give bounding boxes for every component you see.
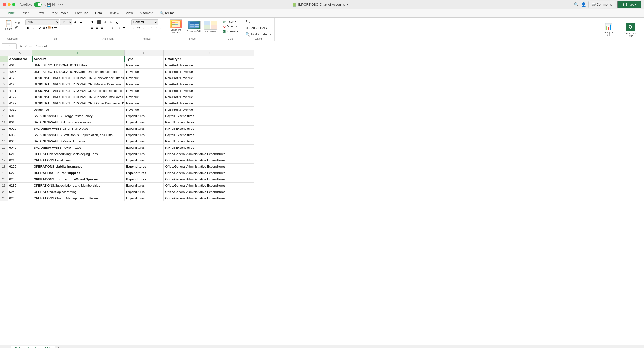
grid-cell-r17-c2[interactable]: Expenditures: [125, 157, 164, 164]
tab-formulas[interactable]: Formulas: [72, 9, 92, 17]
grid-cell-r20-c2[interactable]: Expenditures: [125, 176, 164, 183]
row-number-5[interactable]: 5: [0, 81, 8, 88]
comments-button[interactable]: 💬 Comments: [588, 1, 615, 8]
text-angle-button[interactable]: ∡: [114, 19, 120, 25]
col-header-b[interactable]: B: [32, 50, 125, 56]
grid-cell-r1-c2[interactable]: Type: [125, 56, 164, 62]
format-button[interactable]: ⊟ Format ▾: [222, 29, 239, 33]
tab-view[interactable]: View: [122, 9, 136, 17]
paste-button[interactable]: 📋 Paste: [4, 19, 13, 30]
grid-cell-r18-c1[interactable]: OPERATIONS:Liablity Insurance: [32, 164, 125, 170]
row-number-18[interactable]: 18: [0, 164, 8, 170]
grid-cell-r4-c0[interactable]: 4125: [8, 75, 32, 81]
formula-input[interactable]: [34, 44, 642, 48]
grid-cell-r12-c2[interactable]: Expenditures: [125, 126, 164, 132]
grid-cell-r17-c3[interactable]: Office/General Administrative Expenditur…: [164, 157, 254, 164]
grid-cell-r9-c0[interactable]: 4310: [8, 107, 32, 113]
grid-cell-r3-c3[interactable]: Non-Profit Revenue: [164, 69, 254, 75]
grid-cell-r7-c2[interactable]: Revenue: [125, 94, 164, 100]
grid-cell-r16-c1[interactable]: OPERATIONS:Accounting/Bookkeeping Fees: [32, 151, 125, 157]
grid-cell-r4-c3[interactable]: Non-Profit Revenue: [164, 75, 254, 81]
grid-cell-r15-c2[interactable]: Expenditures: [125, 145, 164, 151]
grid-cell-r11-c1[interactable]: SALARIES/WAGES:Housing Allowances: [32, 119, 125, 126]
decimal-increase-button[interactable]: .0→: [146, 25, 154, 30]
grid-cell-r18-c0[interactable]: 6220: [8, 164, 32, 170]
comma-button[interactable]: ,: [142, 25, 145, 30]
sum-button[interactable]: Σ ▾: [244, 19, 272, 25]
row-number-4[interactable]: 4: [0, 75, 8, 81]
cut-icon[interactable]: ✂: [14, 21, 17, 25]
row-number-6[interactable]: 6: [0, 88, 8, 94]
grid-cell-r14-c3[interactable]: Payroll Expenditures: [164, 138, 254, 145]
merge-more-button[interactable]: ▾: [122, 25, 126, 31]
find-select-button[interactable]: 🔍 Find & Select ▾: [244, 31, 272, 37]
row-number-17[interactable]: 17: [0, 157, 8, 164]
grid-cell-r15-c0[interactable]: 6045: [8, 145, 32, 151]
analyze-data-button[interactable]: 📊 AnalyzeData: [602, 22, 615, 37]
grid-cell-r1-c3[interactable]: Detail type: [164, 56, 254, 62]
cancel-formula-icon[interactable]: ✕: [20, 44, 23, 48]
copy-icon[interactable]: ⧉: [18, 21, 20, 25]
row-number-7[interactable]: 7: [0, 94, 8, 100]
tab-home[interactable]: Home: [3, 9, 18, 17]
undo-icon[interactable]: ↩: [56, 3, 59, 6]
font-increase-button[interactable]: A↑: [73, 20, 79, 24]
cell-reference[interactable]: B1: [2, 43, 16, 49]
grid-cell-r23-c1[interactable]: OPERATIONS:Church Management Software: [32, 195, 125, 202]
grid-cell-r21-c0[interactable]: 6235: [8, 183, 32, 189]
grid-cell-r7-c1[interactable]: DESIGNATED/RESTRICTED DONATIONS:Honorari…: [32, 94, 125, 100]
indent-increase-button[interactable]: ⇥: [116, 25, 122, 31]
grid-cell-r17-c0[interactable]: 6215: [8, 157, 32, 164]
grid-cell-r8-c3[interactable]: Non-Profit Revenue: [164, 100, 254, 107]
grid-cell-r21-c1[interactable]: OPERATIONS:Subscriptions and Memberships: [32, 183, 125, 189]
font-decrease-button[interactable]: A↓: [79, 20, 84, 24]
conditional-formatting-button[interactable]: Conditional Formatting: [168, 19, 185, 34]
row-number-1[interactable]: 1: [0, 56, 8, 62]
grid-cell-r20-c3[interactable]: Office/General Administrative Expenditur…: [164, 176, 254, 183]
delete-button[interactable]: ⊖ Delete ▾: [222, 24, 239, 29]
scroll-right-icon[interactable]: ▶: [6, 346, 10, 348]
grid-cell-r8-c1[interactable]: DESIGNATED/RESTRICTED DONATIONS: Other D…: [32, 100, 125, 107]
tab-automate[interactable]: Automate: [136, 9, 156, 17]
grid-cell-r7-c0[interactable]: 4127: [8, 94, 32, 100]
scroll-left-icon[interactable]: ◀: [1, 346, 5, 348]
grid-cell-r22-c0[interactable]: 6240: [8, 189, 32, 195]
grid-cell-r3-c0[interactable]: 4015: [8, 69, 32, 75]
grid-cell-r11-c2[interactable]: Expenditures: [125, 119, 164, 126]
grid-cell-r13-c2[interactable]: Expenditures: [125, 132, 164, 138]
grid-cell-r7-c3[interactable]: Non-Profit Revenue: [164, 94, 254, 100]
row-number-11[interactable]: 11: [0, 119, 8, 126]
row-number-9[interactable]: 9: [0, 107, 8, 113]
format-as-table-button[interactable]: Format as Table: [186, 21, 202, 33]
grid-cell-r15-c3[interactable]: Payroll Expenditures: [164, 145, 254, 151]
align-left-button[interactable]: ≡: [90, 25, 94, 31]
more-icon[interactable]: ···: [64, 3, 67, 6]
grid-cell-r13-c1[interactable]: SALARIES/WAGES:Staff Bonus, Appreciation…: [32, 132, 125, 138]
grid-cell-r14-c1[interactable]: SALARIES/WAGES:Payroll Expense: [32, 138, 125, 145]
font-name-select[interactable]: Arial: [25, 19, 60, 25]
row-number-20[interactable]: 20: [0, 176, 8, 183]
grid-cell-r10-c2[interactable]: Expenditures: [125, 113, 164, 119]
row-number-2[interactable]: 2: [0, 62, 8, 69]
grid-cell-r12-c3[interactable]: Payroll Expenditures: [164, 126, 254, 132]
row-number-3[interactable]: 3: [0, 69, 8, 75]
grid-cell-r5-c2[interactable]: Revenue: [125, 81, 164, 88]
grid-cell-r16-c0[interactable]: 6210: [8, 151, 32, 157]
grid-cell-r1-c1[interactable]: Account: [32, 56, 125, 62]
grid-cell-r6-c3[interactable]: Non-Profit Revenue: [164, 88, 254, 94]
grid-cell-r14-c2[interactable]: Expenditures: [125, 138, 164, 145]
share-button[interactable]: ⬆ Share ▾: [618, 1, 641, 8]
grid-cell-r23-c0[interactable]: 6245: [8, 195, 32, 202]
grid-cell-r18-c3[interactable]: Office/General Administrative Expenditur…: [164, 164, 254, 170]
align-middle-button[interactable]: ⬛: [96, 19, 102, 25]
grid-cell-r9-c1[interactable]: Usage Fee: [32, 107, 125, 113]
grid-cell-r1-c0[interactable]: Account No.: [8, 56, 32, 62]
account-icon[interactable]: 👤: [581, 2, 586, 7]
grid-cell-r12-c1[interactable]: SALARIES/WAGES:Other Staff Wages: [32, 126, 125, 132]
grid-cell-r5-c0[interactable]: 4126: [8, 81, 32, 88]
grid-cell-r8-c2[interactable]: Revenue: [125, 100, 164, 107]
grid-cell-r6-c2[interactable]: Revenue: [125, 88, 164, 94]
row-number-10[interactable]: 10: [0, 113, 8, 119]
grid-cell-r9-c2[interactable]: Revenue: [125, 107, 164, 113]
row-number-23[interactable]: 23: [0, 195, 8, 202]
